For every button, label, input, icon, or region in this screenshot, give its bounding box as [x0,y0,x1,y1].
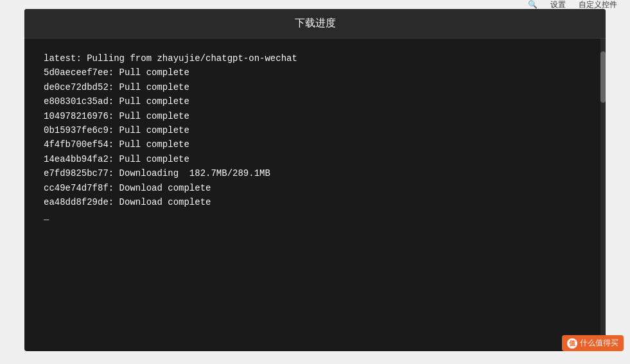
modal-title: 下载进度 [295,17,336,28]
search-icon[interactable]: 🔍 [528,0,538,9]
watermark-label: 什么值得买 [580,338,618,349]
scrollbar-thumb[interactable] [600,51,606,103]
watermark: 值 什么值得买 [562,335,624,351]
watermark-icon: 值 [567,338,577,349]
scrollbar-track[interactable] [600,39,606,351]
download-progress-modal: 下载进度 latest: Pulling from zhayujie/chatg… [24,9,606,351]
modal-body[interactable]: latest: Pulling from zhayujie/chatgpt-on… [24,39,606,351]
top-bar: 🔍 设置 自定义控件 [0,0,630,9]
terminal-output: latest: Pulling from zhayujie/chatgpt-on… [44,51,586,224]
modal-header: 下载进度 [24,9,606,39]
